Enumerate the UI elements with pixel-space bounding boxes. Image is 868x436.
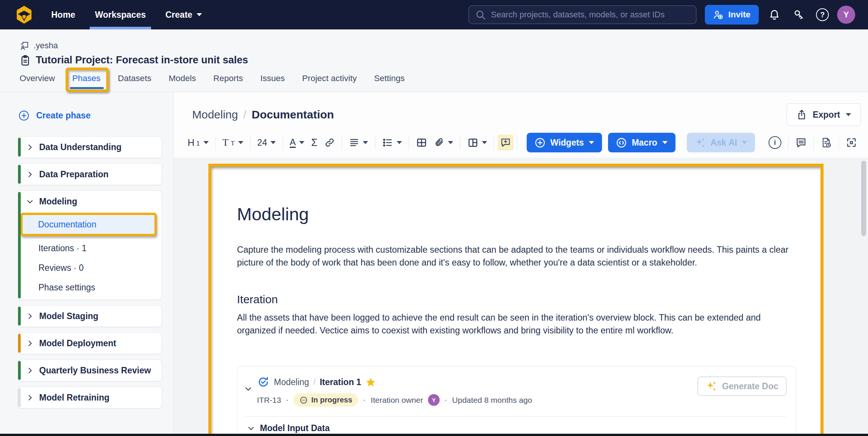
toolbar-separator xyxy=(788,135,789,150)
help-button[interactable]: ? xyxy=(811,4,833,26)
phase-label: Model Staging xyxy=(39,311,98,321)
nav-home-label: Home xyxy=(51,10,75,20)
breadcrumb-phase[interactable]: Modeling xyxy=(192,108,238,121)
ask-ai-button[interactable]: Ask AI xyxy=(687,133,755,152)
list-button[interactable] xyxy=(379,134,405,151)
workspace-breadcrumb[interactable]: .yesha xyxy=(20,41,58,51)
link-button[interactable] xyxy=(321,134,338,151)
editor-toolbar: H1 TT 24 A Σ xyxy=(174,128,868,158)
tab-settings[interactable]: Settings xyxy=(365,73,413,92)
phase-status-bar xyxy=(18,192,21,298)
phase-card-modeling: Modeling Documentation Iterations · 1 Re… xyxy=(18,190,162,300)
model-input-data-section[interactable]: Model Input Data xyxy=(244,416,787,436)
key-icon xyxy=(793,9,804,21)
tab-phases[interactable]: Phases xyxy=(64,73,109,92)
nav-workspaces[interactable]: Workspaces xyxy=(85,0,156,29)
chevron-right-icon xyxy=(26,312,34,320)
toolbar-separator xyxy=(813,135,814,150)
phase-subitem-documentation[interactable]: Documentation xyxy=(20,213,157,236)
phase-label: Quarterly Business Review xyxy=(39,365,151,376)
heading-style-button[interactable]: H1 xyxy=(184,134,212,151)
export-button[interactable]: Export xyxy=(787,103,861,126)
global-search[interactable] xyxy=(468,5,697,24)
tab-label: Models xyxy=(169,74,196,83)
font-style-button[interactable]: TT xyxy=(219,134,247,151)
phase-card-model-retraining[interactable]: Model Retraining xyxy=(18,387,162,408)
create-phase-button[interactable]: Create phase xyxy=(18,110,162,121)
align-button[interactable] xyxy=(345,134,371,151)
comments-button[interactable] xyxy=(792,134,810,151)
phase-card-model-deployment[interactable]: Model Deployment xyxy=(18,332,162,354)
table-button[interactable] xyxy=(413,134,431,151)
doc-history-button[interactable] xyxy=(817,134,835,151)
attachment-button[interactable] xyxy=(431,134,457,151)
document-canvas: Modeling Capture the modeling process wi… xyxy=(174,158,868,436)
iteration-phase[interactable]: Modeling xyxy=(274,377,309,387)
export-label: Export xyxy=(813,110,840,120)
tab-overview[interactable]: Overview xyxy=(20,73,64,92)
tab-label: Datasets xyxy=(118,74,151,83)
chevron-right-icon xyxy=(26,367,34,375)
phase-label: Model Deployment xyxy=(39,338,116,348)
tab-label: Settings xyxy=(374,74,405,83)
vectice-logo-icon[interactable] xyxy=(14,5,34,25)
phase-card-modeling-header[interactable]: Modeling xyxy=(18,191,162,212)
collapse-chevron-icon[interactable] xyxy=(244,385,252,393)
phase-label: Model Retraining xyxy=(39,393,110,403)
phase-card-data-understanding[interactable]: Data Understanding xyxy=(18,136,162,158)
toolbar-separator xyxy=(215,135,216,150)
nav-home[interactable]: Home xyxy=(50,0,85,29)
user-avatar[interactable]: Y xyxy=(837,6,855,24)
tab-label: Issues xyxy=(260,74,285,83)
text-color-button[interactable]: A xyxy=(286,134,308,151)
owner-avatar[interactable]: Y xyxy=(428,394,440,406)
phase-card-quarterly-business-review[interactable]: Quarterly Business Review xyxy=(18,359,162,381)
macro-label: Macro xyxy=(632,138,657,148)
tab-label: Overview xyxy=(20,74,55,83)
iteration-title-row: Modeling / Iteration 1 xyxy=(257,376,697,388)
star-icon[interactable] xyxy=(365,377,376,387)
macro-button[interactable]: Macro xyxy=(608,133,675,152)
formula-button[interactable]: Σ xyxy=(308,134,321,152)
meta-separator: · xyxy=(445,396,447,405)
widgets-button[interactable]: Widgets xyxy=(527,133,602,152)
phase-subitem-iterations[interactable]: Iterations · 1 xyxy=(18,238,162,258)
documentation-page[interactable]: Modeling Capture the modeling process wi… xyxy=(208,164,824,436)
info-button[interactable]: i xyxy=(765,133,785,152)
chevron-down-icon xyxy=(397,141,402,144)
tab-project-activity[interactable]: Project activity xyxy=(293,73,365,92)
nav-create[interactable]: Create xyxy=(156,0,212,29)
tab-models[interactable]: Models xyxy=(160,73,205,92)
phase-subitem-reviews[interactable]: Reviews · 0 xyxy=(18,258,162,278)
fullscreen-button[interactable] xyxy=(842,134,860,151)
tab-reports[interactable]: Reports xyxy=(205,73,252,92)
phase-subitem-phase-settings[interactable]: Phase settings xyxy=(18,278,162,297)
add-comment-button[interactable] xyxy=(498,135,513,150)
project-title: Tutorial Project: Forecast in-store unit… xyxy=(36,54,248,66)
notifications-button[interactable] xyxy=(763,4,785,26)
code-circle-icon xyxy=(616,137,627,148)
status-label: In progress xyxy=(311,396,352,404)
chevron-down-icon xyxy=(482,141,487,144)
iteration-name[interactable]: Iteration 1 xyxy=(320,377,361,387)
phase-card-model-staging[interactable]: Model Staging xyxy=(18,305,162,327)
phase-card-data-preparation[interactable]: Data Preparation xyxy=(18,163,162,185)
tab-issues[interactable]: Issues xyxy=(252,73,293,92)
phase-status-bar xyxy=(18,307,21,325)
generate-doc-button[interactable]: Generate Doc xyxy=(697,376,787,396)
font-size-button[interactable]: 24 xyxy=(254,135,279,151)
api-key-button[interactable] xyxy=(787,4,809,26)
chevron-down-icon xyxy=(238,141,243,144)
scrollbar[interactable] xyxy=(861,161,866,236)
search-input[interactable] xyxy=(491,10,690,20)
primary-nav: Home Workspaces Create xyxy=(50,0,212,29)
comment-icon xyxy=(795,137,807,148)
sparkle-icon xyxy=(695,137,706,148)
person-add-icon xyxy=(713,10,723,20)
tab-datasets[interactable]: Datasets xyxy=(109,73,160,92)
status-badge[interactable]: In progress xyxy=(293,393,358,407)
layout-button[interactable] xyxy=(464,134,491,151)
section-label: Model Input Data xyxy=(260,423,330,433)
invite-button[interactable]: Invite xyxy=(705,5,759,25)
chevron-down-icon xyxy=(589,141,594,144)
